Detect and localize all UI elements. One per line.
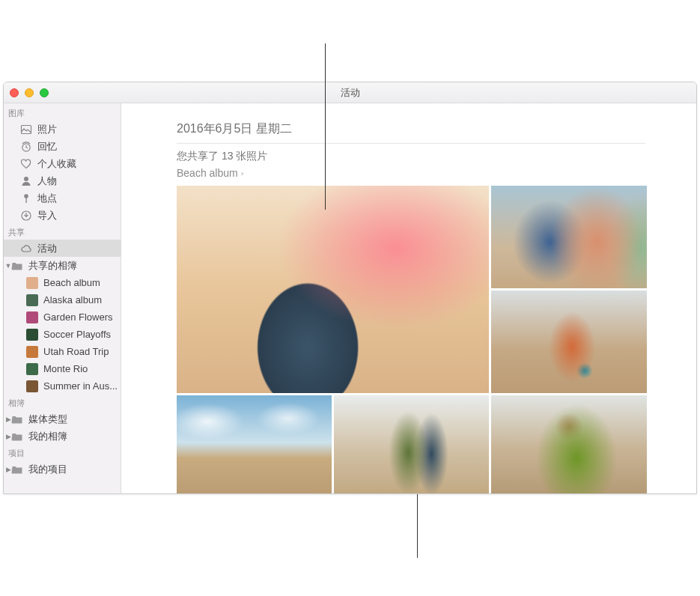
sidebar-section-projects: 项目 <box>4 445 121 460</box>
sidebar-item-label: 我的项目 <box>28 463 67 476</box>
sidebar-item-people[interactable]: 人物 <box>4 172 121 189</box>
sidebar-item-label: 我的相簿 <box>28 430 67 443</box>
sidebar-section-library: 图库 <box>4 105 121 121</box>
sidebar-item-label: 地点 <box>37 192 57 205</box>
sidebar-item-favorites[interactable]: 个人收藏 <box>4 155 121 172</box>
album-label: Beach album <box>43 277 100 288</box>
window-controls <box>10 88 49 97</box>
album-label: Summer in Aus... <box>43 380 118 392</box>
sidebar-album-item[interactable]: Monte Rio <box>4 360 121 377</box>
disclosure-triangle-icon[interactable] <box>5 262 11 270</box>
activity-album-link[interactable]: Beach album › <box>177 167 243 179</box>
sidebar-item-label: 回忆 <box>37 140 57 153</box>
sidebar-item-activity[interactable]: 活动 <box>4 240 121 257</box>
sidebar-album-item[interactable]: Alaska album <box>4 291 121 308</box>
app-window: 活动 图库 照片 回忆 个人收藏 <box>3 82 697 494</box>
album-label: Alaska album <box>43 294 102 305</box>
sidebar-item-shared-albums[interactable]: 共享的相簿 <box>4 257 121 274</box>
sidebar-section-shared: 共享 <box>4 224 121 240</box>
person-icon <box>20 175 32 187</box>
window-title: 活动 <box>341 86 360 100</box>
chevron-right-icon: › <box>241 168 244 177</box>
pin-icon <box>20 192 32 204</box>
photo-thumbnail[interactable] <box>177 186 489 393</box>
close-window-button[interactable] <box>10 88 19 97</box>
sidebar-item-places[interactable]: 地点 <box>4 189 121 207</box>
sidebar-item-label: 活动 <box>37 242 57 255</box>
annotation-line-top <box>325 43 326 210</box>
folder-icon <box>11 463 23 475</box>
sidebar-item-my-projects[interactable]: 我的项目 <box>4 460 121 478</box>
album-thumb-icon <box>26 277 38 289</box>
sidebar-item-media-types[interactable]: 媒体类型 <box>4 410 121 428</box>
content-area: 图库 照片 回忆 个人收藏 <box>4 103 696 493</box>
sidebar-item-label: 媒体类型 <box>28 413 67 426</box>
svg-rect-4 <box>25 198 26 203</box>
activity-subtitle: 您共享了 13 张照片 <box>177 150 645 163</box>
sidebar-item-label: 照片 <box>37 123 57 136</box>
svg-point-2 <box>24 177 28 181</box>
sidebar: 图库 照片 回忆 个人收藏 <box>4 103 121 493</box>
photos-icon <box>20 124 32 136</box>
sidebar-album-item[interactable]: Soccer Playoffs <box>4 326 121 343</box>
clock-icon <box>20 141 32 153</box>
titlebar: 活动 <box>4 82 696 103</box>
cloud-icon <box>20 243 32 255</box>
annotation-line-bottom <box>417 494 418 558</box>
album-label: Garden Flowers <box>43 311 112 323</box>
album-thumb-icon <box>26 363 38 375</box>
activity-album-name: Beach album <box>177 167 238 179</box>
album-thumb-icon <box>26 294 38 306</box>
sidebar-item-memories[interactable]: 回忆 <box>4 138 121 155</box>
sidebar-item-label: 导入 <box>37 209 57 222</box>
photo-grid <box>177 186 647 493</box>
album-thumb-icon <box>26 346 38 358</box>
album-thumb-icon <box>26 380 38 392</box>
photo-thumbnail[interactable] <box>491 291 647 393</box>
heart-icon <box>20 158 32 170</box>
disclosure-triangle-icon[interactable] <box>5 416 11 423</box>
svg-point-3 <box>24 194 28 198</box>
minimize-window-button[interactable] <box>25 88 34 97</box>
album-label: Soccer Playoffs <box>43 329 111 340</box>
sidebar-item-label: 共享的相簿 <box>28 259 77 273</box>
main-content: 2016年6月5日 星期二 您共享了 13 张照片 Beach album › <box>121 103 696 493</box>
sidebar-item-import[interactable]: 导入 <box>4 207 121 224</box>
album-label: Utah Road Trip <box>43 346 109 357</box>
album-thumb-icon <box>26 329 38 341</box>
folder-icon <box>11 413 23 425</box>
photo-thumbnail[interactable] <box>491 186 647 288</box>
sidebar-section-albums: 相簿 <box>4 395 121 410</box>
import-icon <box>20 210 32 222</box>
folder-icon <box>11 260 23 272</box>
sidebar-item-label: 个人收藏 <box>37 157 76 171</box>
activity-date-header: 2016年6月5日 星期二 <box>177 121 645 144</box>
sidebar-album-item[interactable]: Beach album <box>4 274 121 291</box>
photo-thumbnail[interactable] <box>491 395 647 493</box>
sidebar-album-item[interactable]: Summer in Aus... <box>4 377 121 395</box>
sidebar-item-photos[interactable]: 照片 <box>4 121 121 138</box>
sidebar-item-label: 人物 <box>37 174 57 188</box>
sidebar-album-item[interactable]: Garden Flowers <box>4 308 121 326</box>
disclosure-triangle-icon[interactable] <box>5 466 11 473</box>
photo-thumbnail[interactable] <box>177 395 332 493</box>
disclosure-triangle-icon[interactable] <box>5 433 11 440</box>
album-label: Monte Rio <box>43 363 88 374</box>
photo-thumbnail[interactable] <box>334 395 489 493</box>
folder-icon <box>11 431 23 443</box>
album-thumb-icon <box>26 311 38 323</box>
fullscreen-window-button[interactable] <box>40 88 49 97</box>
sidebar-album-item[interactable]: Utah Road Trip <box>4 343 121 360</box>
sidebar-item-my-albums[interactable]: 我的相簿 <box>4 428 121 445</box>
